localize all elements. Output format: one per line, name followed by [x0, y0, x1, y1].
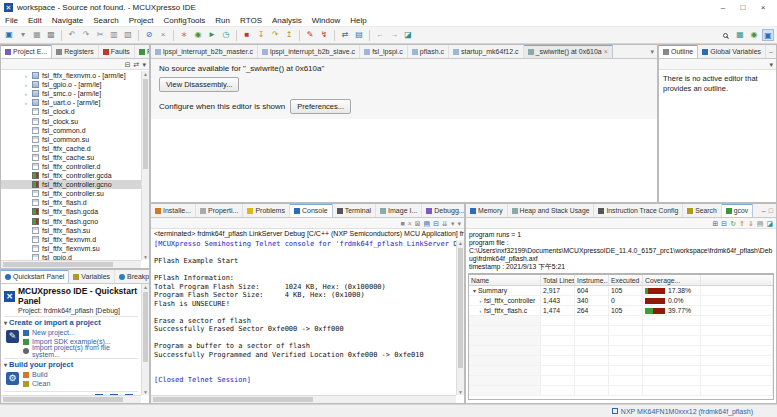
tab-installed-sdks[interactable]: Installe...: [151, 204, 196, 217]
console-output[interactable]: [MCUXpresso Semihosting Telnet console f…: [154, 240, 456, 395]
tab-faults[interactable]: Faults: [99, 45, 135, 58]
tree-item[interactable]: fsl_clock.su: [1, 116, 141, 125]
tab-fsl-lpspi[interactable]: fsl_lpspi.c: [360, 45, 408, 58]
menu-help[interactable]: Help: [345, 16, 371, 25]
menu-file[interactable]: File: [0, 16, 23, 25]
tree-vertical-scrollbar[interactable]: ▲▼: [141, 71, 149, 260]
show-details-icon[interactable]: ▤: [757, 219, 764, 228]
menu-analysis[interactable]: Analysis: [267, 16, 307, 25]
tree-item[interactable]: fsl_smc.o - [arm/le]: [1, 89, 141, 98]
menu-run[interactable]: Run: [210, 16, 235, 25]
step-into-icon[interactable]: ↧: [255, 29, 267, 41]
tab-pflash[interactable]: pflash.c: [408, 45, 449, 58]
tree-item[interactable]: fsl_ftfx_flash.gcda: [1, 207, 141, 216]
tab-debugger-console[interactable]: Debugg...: [422, 204, 465, 217]
gcov-table-row[interactable]: ›fsl_ftfx_controller 1,443 340 0 0.0%: [469, 296, 773, 306]
quickstart-vertical-scrollbar[interactable]: ▲▼: [141, 284, 149, 395]
console-horizontal-scrollbar[interactable]: [151, 395, 456, 403]
tree-item[interactable]: fsl_ftfx_controller.su: [1, 189, 141, 198]
view-menu-icon[interactable]: ▾: [769, 60, 773, 69]
connect-icon[interactable]: ⇄: [339, 29, 351, 41]
tree-item[interactable]: fsl_ftfx_cache.d: [1, 144, 141, 153]
expand-icon[interactable]: [23, 82, 29, 88]
menu-project[interactable]: Project: [124, 16, 159, 25]
collapse-all-icon[interactable]: ⊟: [721, 219, 727, 228]
menu-edit[interactable]: Edit: [23, 16, 47, 25]
terminate-icon[interactable]: ■: [400, 219, 404, 228]
tree-item[interactable]: fsl_ftfx_cache.su: [1, 153, 141, 162]
tab-memory[interactable]: Memory: [466, 204, 508, 217]
sort-icon[interactable]: ◪: [766, 219, 773, 228]
undo-icon[interactable]: ↶: [66, 29, 78, 41]
view-menu-icon[interactable]: ▾: [142, 60, 146, 69]
view-minimize-icon[interactable]: –: [769, 48, 773, 55]
tree-item[interactable]: fsl_gpio.d: [1, 253, 141, 260]
copy-icon[interactable]: ▥: [108, 29, 120, 41]
tab-search[interactable]: Search: [683, 204, 722, 217]
tab-problems[interactable]: Problems: [243, 204, 290, 217]
expand-all-icon[interactable]: ⊞: [712, 219, 718, 228]
clean-link[interactable]: Clean: [23, 379, 50, 388]
expand-icon[interactable]: [23, 73, 29, 79]
tree-item[interactable]: fsl_common.su: [1, 135, 141, 144]
annotate-icon[interactable]: ◪: [402, 29, 414, 41]
tree-item-selected[interactable]: fsl_ftfx_controller.gcno: [1, 180, 141, 189]
flash-program-icon[interactable]: ↯: [318, 29, 330, 41]
section-header[interactable]: ▾Build your project: [4, 360, 138, 369]
export-icon[interactable]: ⇑: [739, 219, 745, 228]
tree-item[interactable]: fsl_clock.d: [1, 107, 141, 116]
search-icon[interactable]: [723, 33, 728, 38]
tab-lpspi-slave[interactable]: lpspi_interrupt_b2b_slave.c: [258, 45, 360, 58]
debug-icon[interactable]: ◉: [192, 29, 204, 41]
new-project-link[interactable]: New project...: [23, 328, 138, 337]
perspective-icon-2[interactable]: ◉: [748, 29, 760, 41]
preferences-button[interactable]: Preferences...: [290, 99, 351, 114]
expand-row-icon[interactable]: ›: [477, 298, 484, 304]
close-button[interactable]: ×: [753, 3, 773, 12]
quickstart-horizontal-scrollbar[interactable]: [1, 395, 141, 403]
word-wrap-icon[interactable]: ⇊: [442, 219, 448, 228]
console-vertical-scrollbar[interactable]: ▲▼: [456, 240, 464, 395]
expand-icon[interactable]: [23, 91, 29, 97]
minimize-button[interactable]: –: [713, 3, 733, 12]
collapse-row-icon[interactable]: ▾: [471, 287, 478, 294]
tab-quickstart[interactable]: Quickstart Panel: [1, 270, 69, 283]
skip-breakpoints-icon[interactable]: ⊘: [143, 29, 155, 41]
build-icon[interactable]: ∗: [178, 29, 190, 41]
new-wizard-icon[interactable]: ▣: [3, 29, 15, 41]
gcov-table-row[interactable]: ▾Summary 2,917 604 105 17.38%: [469, 286, 773, 296]
perspective-develop-icon[interactable]: ▣: [762, 29, 774, 41]
view-maximize-icon[interactable]: □: [769, 207, 773, 214]
run-icon[interactable]: ►: [206, 29, 218, 41]
tab-close-icon[interactable]: ×: [604, 48, 608, 55]
collapse-all-icon[interactable]: ⊟: [125, 60, 131, 69]
menu-window[interactable]: Window: [307, 16, 345, 25]
maximize-button[interactable]: □: [733, 3, 753, 12]
tab-swiwrite[interactable]: _swiwrite() at 0x610a×: [524, 45, 613, 58]
menu-navigate[interactable]: Navigate: [47, 16, 89, 25]
tab-properties[interactable]: Properti...: [196, 204, 243, 217]
tab-peripherals[interactable]: Peripher...: [135, 45, 150, 58]
back-icon[interactable]: ←: [374, 29, 386, 41]
tree-item[interactable]: fsl_ftfx_flexnvm.d: [1, 235, 141, 244]
tree-item[interactable]: fsl_gpio.o - [arm/le]: [1, 80, 141, 89]
open-console-icon[interactable]: ▾: [457, 219, 461, 228]
tree-item[interactable]: fsl_ftfx_flexnvm.o - [arm/le]: [1, 71, 141, 80]
tab-overflow-icon[interactable]: ▾: [650, 48, 654, 56]
display-console-icon[interactable]: ▾: [451, 219, 455, 228]
remove-all-launches-icon[interactable]: ⊠: [415, 219, 421, 228]
tab-startup[interactable]: startup_mk64f12.c: [449, 45, 524, 58]
expand-row-icon[interactable]: ›: [477, 308, 484, 314]
tab-terminal[interactable]: Terminal: [333, 204, 376, 217]
cut-icon[interactable]: ✂: [94, 29, 106, 41]
tab-image-info[interactable]: Image I...: [376, 204, 422, 217]
step-return-icon[interactable]: ↥: [283, 29, 295, 41]
memory-view-icon[interactable]: ▤: [353, 29, 365, 41]
profile-icon[interactable]: ◷: [220, 29, 232, 41]
tab-heap-stack[interactable]: Heap and Stack Usage: [508, 204, 595, 217]
tab-console[interactable]: Console: [290, 204, 333, 217]
tree-item[interactable]: fsl_uart.o - [arm/le]: [1, 98, 141, 107]
gcov-table-row[interactable]: ›fsl_ftfx_flash.c 1,474 264 105 39.77%: [469, 306, 773, 316]
tree-item[interactable]: fsl_ftfx_controller.d: [1, 162, 141, 171]
step-over-icon[interactable]: ↷: [269, 29, 281, 41]
